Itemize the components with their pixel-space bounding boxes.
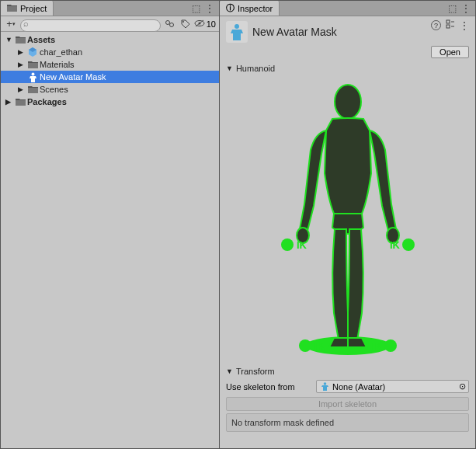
- search-field-wrap: ⌕: [20, 18, 161, 30]
- svg-point-6: [31, 72, 34, 75]
- folder-icon: [15, 34, 26, 45]
- tree-item-assets[interactable]: ▼ Assets: [1, 33, 219, 46]
- tree-item-scenes[interactable]: ▶ Scenes: [1, 83, 219, 96]
- context-menu-icon[interactable]: ⋮: [461, 3, 471, 14]
- section-label: Humanoid: [236, 64, 275, 73]
- svg-point-19: [384, 339, 397, 352]
- section-label: Transform: [236, 367, 275, 376]
- preset-icon[interactable]: [446, 19, 455, 31]
- eye-slash-icon: [194, 19, 205, 29]
- humanoid-section: ▼ Humanoid: [220, 61, 475, 364]
- transform-section: ▼ Transform Use skeleton from None (Avat…: [220, 364, 475, 432]
- folder-icon: [7, 4, 17, 12]
- tree-label: Assets: [27, 35, 55, 44]
- tree-item-materials[interactable]: ▶ Materials: [1, 58, 219, 71]
- svg-rect-9: [446, 25, 450, 28]
- asset-title: New Avatar Mask: [252, 26, 337, 38]
- tree-label: Materials: [40, 60, 75, 69]
- filter-by-label-button[interactable]: [179, 18, 193, 30]
- context-menu-icon[interactable]: ⋮: [205, 3, 214, 14]
- hidden-count[interactable]: 10: [194, 19, 216, 29]
- inspector-tab-label: Inspector: [238, 4, 273, 13]
- lock-icon[interactable]: ⬚: [448, 3, 457, 14]
- tree-label: Packages: [27, 97, 67, 106]
- inspector-tab-bar: ⓘ Inspector ⬚ ⋮: [220, 1, 475, 16]
- project-panel: Project ⬚ ⋮ +▾ ⌕ 10 ▼ Assets ▶: [1, 1, 220, 448]
- avatar-field-value: None (Avatar): [332, 382, 385, 392]
- transform-header[interactable]: ▼ Transform: [226, 364, 469, 378]
- foldout-icon: ▼: [226, 367, 233, 375]
- svg-point-16: [281, 238, 294, 251]
- tree-item-avatar-mask[interactable]: New Avatar Mask: [1, 71, 219, 83]
- tree-label: char_ethan: [40, 47, 82, 57]
- humanoid-body-diagram[interactable]: IK IK IK IK: [226, 75, 469, 364]
- ik-label: IK: [390, 239, 401, 251]
- open-button[interactable]: Open: [431, 46, 469, 58]
- inspector-tab[interactable]: ⓘ Inspector: [220, 1, 280, 16]
- search-input[interactable]: [20, 19, 161, 32]
- foldout-icon: ▼: [5, 36, 13, 44]
- asset-type-icon: [226, 21, 248, 43]
- tree-item-char-ethan[interactable]: ▶ char_ethan: [1, 46, 219, 58]
- context-menu-icon[interactable]: ⋮: [460, 20, 469, 31]
- project-tree: ▼ Assets ▶ char_ethan ▶ Materials New Av…: [1, 32, 219, 110]
- inspector-panel: ⓘ Inspector ⬚ ⋮ New Avatar Mask ? ⋮ Open…: [220, 1, 475, 448]
- avatar-mask-icon: [27, 71, 38, 82]
- svg-point-0: [165, 20, 169, 24]
- add-button[interactable]: +▾: [4, 18, 18, 30]
- project-tab-label: Project: [20, 4, 47, 13]
- prefab-icon: [27, 47, 38, 57]
- use-skeleton-label: Use skeleton from: [226, 382, 311, 392]
- svg-point-13: [335, 85, 361, 119]
- lock-icon[interactable]: ⬚: [192, 3, 200, 14]
- tree-label: Scenes: [40, 85, 68, 94]
- import-skeleton-button: Import skeleton: [226, 397, 469, 411]
- info-icon: ⓘ: [226, 2, 235, 14]
- help-icon[interactable]: ?: [431, 20, 441, 30]
- tree-label: New Avatar Mask: [40, 72, 106, 82]
- ik-label: IK: [314, 340, 325, 352]
- foldout-icon: ▶: [5, 98, 13, 106]
- avatar-mini-icon: [320, 382, 329, 392]
- svg-point-1: [169, 23, 173, 26]
- foldout-icon: ▼: [226, 64, 233, 72]
- folder-icon: [15, 96, 26, 107]
- use-skeleton-row: Use skeleton from None (Avatar) ⊙: [226, 378, 469, 395]
- folder-icon: [27, 59, 38, 70]
- humanoid-header[interactable]: ▼ Humanoid: [226, 61, 469, 75]
- avatar-object-field[interactable]: None (Avatar) ⊙: [316, 380, 469, 393]
- ik-label: IK: [372, 340, 383, 352]
- inspector-header: New Avatar Mask ? ⋮: [220, 16, 475, 46]
- svg-point-2: [182, 21, 184, 23]
- svg-point-17: [402, 238, 415, 251]
- project-tab[interactable]: Project: [1, 1, 54, 16]
- object-picker-icon[interactable]: ⊙: [459, 381, 466, 392]
- foldout-icon: ▶: [18, 61, 26, 68]
- svg-rect-8: [446, 20, 450, 23]
- project-toolbar: +▾ ⌕ 10: [1, 16, 219, 32]
- svg-point-7: [235, 24, 239, 29]
- project-tab-bar: Project ⬚ ⋮: [1, 1, 219, 16]
- tree-item-packages[interactable]: ▶ Packages: [1, 96, 219, 108]
- foldout-icon: ▶: [18, 85, 26, 93]
- foldout-icon: ▶: [18, 48, 26, 56]
- svg-point-18: [299, 339, 311, 352]
- filter-by-type-button[interactable]: [163, 18, 177, 30]
- svg-point-20: [323, 382, 326, 385]
- ik-label: IK: [297, 239, 307, 251]
- no-transform-message: No transform mask defined: [226, 413, 469, 432]
- folder-icon: [27, 84, 38, 95]
